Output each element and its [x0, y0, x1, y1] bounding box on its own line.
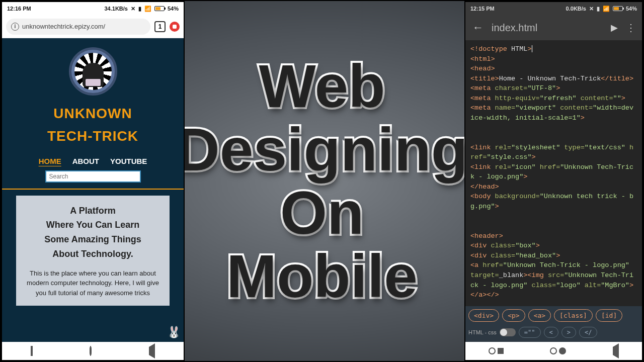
site-title-1: UNKNOWN: [2, 103, 184, 125]
search-input[interactable]: [45, 170, 141, 183]
hero-heading: A PlatformWhere You Can LearnSome Amazin…: [22, 204, 164, 261]
divider: [2, 189, 184, 190]
nav-youtube[interactable]: YOUTUBE: [110, 157, 147, 165]
hero-line-2: Designing: [176, 118, 468, 181]
snippet-chip[interactable]: >: [561, 327, 576, 338]
status-time: 12:15 PM: [470, 6, 495, 12]
code-editor[interactable]: <!doctype HTML><html><head><title>Home -…: [465, 40, 642, 306]
hero-title: Web Designing On Mobile: [176, 54, 468, 308]
system-nav: [2, 342, 184, 360]
tabs-button[interactable]: 1: [154, 21, 166, 32]
webpage[interactable]: UNKNOWN TECH-TRICK HOME ABOUT YOUTUBE UN…: [2, 38, 184, 342]
snippet-row-2: HTML - css =""<></: [465, 325, 642, 342]
more-icon[interactable]: ⋮: [626, 22, 635, 34]
signal-icon: ▮: [597, 6, 600, 12]
site-nav: HOME ABOUT YOUTUBE: [2, 157, 184, 165]
nav-home[interactable]: HOME: [39, 157, 61, 165]
snippet-chip[interactable]: ="": [519, 327, 541, 338]
lang-toggle[interactable]: HTML - css: [468, 328, 516, 336]
editor-phone: 12:15 PM 0.0KB/s ✕ ▮ 📶 54% ← index.html …: [464, 1, 643, 361]
net-speed: 0.0KB/s: [566, 6, 586, 12]
recents-button[interactable]: [489, 347, 504, 354]
signal-icon: 📶: [603, 6, 610, 12]
snippet-chip[interactable]: [class]: [554, 309, 593, 322]
back-button[interactable]: [149, 347, 155, 355]
snippet-row-1: <div><p><a>[class][id]: [465, 306, 642, 325]
battery-pct: 54%: [168, 6, 179, 12]
info-icon[interactable]: i: [11, 23, 19, 31]
status-bar: 12:16 PM 34.1KB/s ✕ ▮ 📶 54%: [2, 2, 184, 15]
snippet-chip[interactable]: <: [544, 327, 558, 338]
signal-icon: 📶: [144, 6, 151, 12]
site-title-2: TECH-TRICK: [2, 125, 184, 148]
battery-pct: 54%: [626, 6, 637, 12]
record-icon[interactable]: [170, 22, 180, 32]
system-nav: [465, 342, 642, 360]
site-logo[interactable]: [69, 47, 117, 96]
snippet-chip[interactable]: </: [579, 327, 597, 338]
url-text: unknowntechtrick.epizy.com/: [22, 23, 105, 30]
battery-icon: [613, 6, 623, 11]
recents-button[interactable]: [31, 347, 33, 355]
vibrate-icon: ✕: [589, 6, 594, 12]
address-bar: i unknowntechtrick.epizy.com/ 1: [2, 15, 184, 38]
battery-icon: [154, 6, 165, 11]
signal-icon: ▮: [138, 6, 141, 12]
hero-line-3: On: [176, 181, 468, 244]
snippet-chip[interactable]: <p>: [502, 309, 525, 322]
back-button[interactable]: [613, 347, 619, 355]
snippet-chip[interactable]: <div>: [468, 309, 499, 322]
browser-phone: 12:16 PM 34.1KB/s ✕ ▮ 📶 54% i unknowntec…: [1, 1, 185, 361]
status-right: 34.1KB/s ✕ ▮ 📶 54%: [104, 6, 179, 12]
hero-line-1: Web: [176, 54, 468, 118]
home-button[interactable]: [90, 347, 92, 355]
filename: index.html: [492, 22, 603, 34]
url-field[interactable]: i unknowntechtrick.epizy.com/: [6, 19, 150, 35]
status-right: 0.0KB/s ✕ ▮ 📶 54%: [566, 6, 637, 12]
mascot-icon[interactable]: 🐰: [167, 326, 181, 339]
run-icon[interactable]: ▶: [611, 22, 618, 33]
net-speed: 34.1KB/s: [104, 6, 127, 12]
status-bar: 12:15 PM 0.0KB/s ✕ ▮ 📶 54%: [465, 2, 642, 15]
hero-body: This is the place where you can learn ab…: [22, 268, 164, 298]
hero-line-4: Mobile: [176, 244, 468, 308]
snippet-chip[interactable]: [id]: [596, 309, 622, 322]
nav-about[interactable]: ABOUT: [72, 157, 99, 165]
site-header: UNKNOWN TECH-TRICK HOME ABOUT YOUTUBE: [2, 38, 184, 189]
home-button[interactable]: [550, 347, 566, 354]
snippet-chip[interactable]: <a>: [528, 309, 551, 322]
toggle-switch[interactable]: [500, 328, 516, 336]
status-time: 12:16 PM: [7, 6, 31, 12]
hero-card: A PlatformWhere You Can LearnSome Amazin…: [16, 196, 170, 306]
editor-toolbar: ← index.html ▶ ⋮: [465, 15, 642, 40]
back-arrow-icon[interactable]: ←: [472, 21, 484, 34]
vibrate-icon: ✕: [131, 6, 135, 12]
